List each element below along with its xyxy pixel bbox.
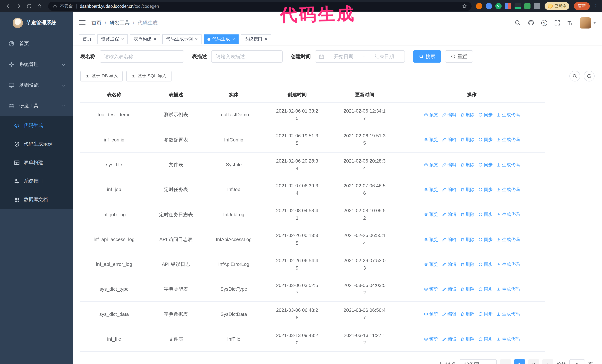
tab-close-icon[interactable]: × bbox=[232, 37, 235, 42]
extension-icon-3[interactable]: V bbox=[495, 3, 501, 9]
action-sync[interactable]: 同步 bbox=[478, 112, 493, 118]
action-preview[interactable]: 预览 bbox=[424, 336, 438, 342]
sidebar-item-codegen[interactable]: 代码生成 bbox=[0, 116, 73, 135]
tab-tracing[interactable]: 链路追踪× bbox=[97, 34, 128, 44]
sidebar-item-devtools[interactable]: 研发工具 bbox=[0, 95, 73, 116]
help-icon[interactable]: ? bbox=[541, 20, 547, 26]
action-delete[interactable]: 删除 bbox=[460, 236, 474, 243]
action-sync[interactable]: 同步 bbox=[478, 311, 493, 318]
browser-home-button[interactable] bbox=[35, 2, 44, 10]
date-start-placeholder[interactable]: 开始日期 bbox=[327, 53, 360, 60]
action-edit[interactable]: 编辑 bbox=[442, 136, 456, 143]
tab-close-icon[interactable]: × bbox=[121, 37, 124, 42]
action-edit[interactable]: 编辑 bbox=[442, 112, 456, 118]
page-size-select[interactable]: 10条/页 bbox=[460, 359, 497, 364]
import-db-button[interactable]: 基于 DB 导入 bbox=[80, 71, 123, 82]
tab-form-builder[interactable]: 表单构建× bbox=[130, 34, 160, 44]
extension-icon-5[interactable] bbox=[514, 3, 521, 9]
action-generate[interactable]: 生成代码 bbox=[496, 261, 520, 268]
sidebar-item-api[interactable]: 系统接口 bbox=[0, 172, 73, 190]
sidebar-item-db-doc[interactable]: 数据库文档 bbox=[0, 190, 73, 209]
action-edit[interactable]: 编辑 bbox=[442, 311, 456, 318]
action-preview[interactable]: 预览 bbox=[424, 286, 438, 292]
action-preview[interactable]: 预览 bbox=[424, 261, 438, 268]
table-name-input[interactable] bbox=[104, 54, 179, 59]
browser-menu-icon[interactable]: ⋮ bbox=[593, 3, 598, 9]
page-button-1[interactable]: 1 bbox=[514, 359, 525, 364]
action-generate[interactable]: 生成代码 bbox=[496, 286, 520, 292]
action-generate[interactable]: 生成代码 bbox=[496, 311, 520, 318]
breadcrumb-item[interactable]: 研发工具 bbox=[110, 20, 130, 26]
action-delete[interactable]: 删除 bbox=[460, 286, 474, 292]
sidebar-item-codegen-example[interactable]: 代码生成示例 bbox=[0, 135, 73, 153]
extension-icon-1[interactable] bbox=[476, 3, 482, 9]
tab-close-icon[interactable]: × bbox=[195, 37, 198, 42]
action-sync[interactable]: 同步 bbox=[478, 186, 493, 193]
action-generate[interactable]: 生成代码 bbox=[496, 336, 520, 342]
browser-back-button[interactable] bbox=[4, 2, 13, 10]
action-preview[interactable]: 预览 bbox=[424, 236, 438, 243]
tab-codegen-example[interactable]: 代码生成示例× bbox=[162, 34, 201, 44]
bookmark-star-icon[interactable] bbox=[462, 3, 467, 9]
tab-home[interactable]: 首页 bbox=[79, 34, 95, 44]
security-label[interactable]: 不安全 bbox=[60, 3, 73, 9]
action-delete[interactable]: 删除 bbox=[460, 112, 474, 118]
action-edit[interactable]: 编辑 bbox=[442, 261, 456, 268]
action-delete[interactable]: 删除 bbox=[460, 261, 474, 268]
fullscreen-icon[interactable] bbox=[554, 20, 560, 26]
extension-icon-6[interactable] bbox=[524, 3, 530, 9]
prev-page-button[interactable]: ‹ bbox=[500, 359, 511, 364]
browser-update-button[interactable]: 更新 bbox=[574, 2, 590, 10]
tab-close-icon[interactable]: × bbox=[154, 37, 156, 42]
action-generate[interactable]: 生成代码 bbox=[496, 161, 520, 168]
address-bar[interactable]: 不安全 dashboard.yudao.iocoder.cn/tool/code… bbox=[48, 2, 472, 10]
action-delete[interactable]: 删除 bbox=[460, 161, 474, 168]
action-generate[interactable]: 生成代码 bbox=[496, 186, 520, 193]
date-end-placeholder[interactable]: 结束日期 bbox=[368, 53, 401, 60]
action-sync[interactable]: 同步 bbox=[478, 286, 493, 292]
sidebar-item-home[interactable]: 首页 bbox=[0, 33, 73, 54]
hamburger-icon[interactable] bbox=[79, 20, 86, 25]
action-preview[interactable]: 预览 bbox=[424, 311, 438, 318]
action-delete[interactable]: 删除 bbox=[460, 336, 474, 342]
refresh-table-button[interactable] bbox=[584, 71, 595, 82]
action-preview[interactable]: 预览 bbox=[424, 112, 438, 118]
action-delete[interactable]: 删除 bbox=[460, 211, 474, 218]
action-edit[interactable]: 编辑 bbox=[442, 161, 456, 168]
action-delete[interactable]: 删除 bbox=[460, 311, 474, 318]
action-preview[interactable]: 预览 bbox=[424, 186, 438, 193]
github-icon[interactable] bbox=[528, 20, 534, 26]
action-sync[interactable]: 同步 bbox=[478, 211, 493, 218]
page-button-2[interactable]: 2 bbox=[528, 359, 539, 364]
import-sql-button[interactable]: 基于 SQL 导入 bbox=[127, 71, 171, 82]
toggle-search-button[interactable] bbox=[570, 71, 580, 82]
search-icon[interactable] bbox=[515, 20, 521, 26]
tab-api[interactable]: 系统接口× bbox=[241, 34, 271, 44]
action-generate[interactable]: 生成代码 bbox=[496, 112, 520, 118]
tab-codegen[interactable]: 代码生成× bbox=[204, 34, 239, 44]
user-menu[interactable] bbox=[580, 17, 596, 28]
tab-close-icon[interactable]: × bbox=[265, 37, 268, 42]
action-generate[interactable]: 生成代码 bbox=[496, 236, 520, 243]
puzzle-extensions-icon[interactable] bbox=[534, 3, 540, 9]
action-preview[interactable]: 预览 bbox=[424, 211, 438, 218]
breadcrumb-item[interactable]: 首页 bbox=[92, 20, 101, 26]
sidebar-item-form-builder[interactable]: 表单构建 bbox=[0, 153, 73, 172]
reset-button[interactable]: 重置 bbox=[445, 50, 473, 62]
goto-page-input[interactable] bbox=[570, 359, 585, 364]
action-sync[interactable]: 同步 bbox=[478, 261, 493, 268]
action-edit[interactable]: 编辑 bbox=[442, 286, 456, 292]
action-delete[interactable]: 删除 bbox=[460, 186, 474, 193]
action-edit[interactable]: 编辑 bbox=[442, 186, 456, 193]
action-edit[interactable]: 编辑 bbox=[442, 236, 456, 243]
next-page-button[interactable]: › bbox=[542, 359, 553, 364]
action-generate[interactable]: 生成代码 bbox=[496, 136, 520, 143]
sidebar-item-system[interactable]: 系统管理 bbox=[0, 54, 73, 75]
browser-reload-button[interactable] bbox=[24, 2, 33, 10]
action-delete[interactable]: 删除 bbox=[460, 136, 474, 143]
action-sync[interactable]: 同步 bbox=[478, 136, 493, 143]
action-sync[interactable]: 同步 bbox=[478, 236, 493, 243]
font-size-icon[interactable]: TT bbox=[568, 20, 573, 26]
action-generate[interactable]: 生成代码 bbox=[496, 211, 520, 218]
action-sync[interactable]: 同步 bbox=[478, 161, 493, 168]
